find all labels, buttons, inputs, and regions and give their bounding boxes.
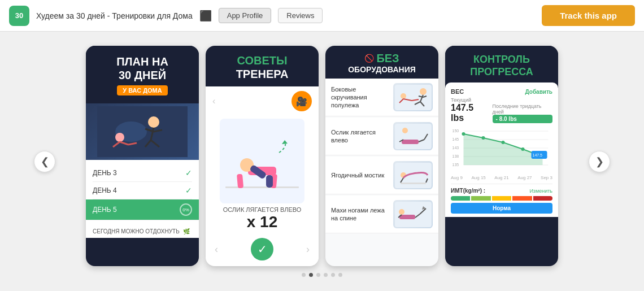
dot-5[interactable] xyxy=(331,273,335,277)
bmi-label: ИМТ(kg/m²) : xyxy=(451,188,485,194)
exercise-item-4: Махи ногами лежа на спине xyxy=(325,196,438,233)
exercise-img-2 xyxy=(393,122,433,150)
track-app-button[interactable]: Track this app xyxy=(542,5,635,26)
android-icon: ⬛ xyxy=(199,10,212,22)
page-wrapper: 30 Худеем за 30 дней - Тренировки для До… xyxy=(0,0,644,291)
chart-labels: Aug 9 Aug 15 Aug 21 Aug 27 Sep 3 xyxy=(451,175,552,180)
svg-point-63 xyxy=(521,147,525,151)
card2-nav-left: ‹ xyxy=(212,96,215,106)
card2-title: СОВЕТЫ ТРЕНЕРА xyxy=(212,54,312,81)
carousel-prev-button[interactable]: ❮ xyxy=(34,151,55,172)
no-equipment-icon: 🚫 xyxy=(364,54,374,63)
day5-item[interactable]: ДЕНЬ 5 0% xyxy=(86,199,199,220)
check-icon-day4: ✓ xyxy=(185,186,192,195)
svg-text:150: 150 xyxy=(452,129,459,133)
add-weight-btn[interactable]: Добавить xyxy=(525,89,552,95)
current-label: Текущий xyxy=(451,97,488,103)
bmi-bar xyxy=(451,196,552,201)
carousel-container: ПЛАН НА 30 ДНЕЙ У ВАС ДОМА xyxy=(68,46,576,277)
svg-rect-39 xyxy=(401,183,426,184)
svg-text:147.5: 147.5 xyxy=(533,153,543,157)
card3-subtitle: ОБОРУДОВАНИЯ xyxy=(332,65,432,74)
normal-btn[interactable]: Норма xyxy=(451,203,552,214)
card2-top: СОВЕТЫ ТРЕНЕРА xyxy=(206,46,319,86)
svg-rect-12 xyxy=(220,119,304,203)
slide-card-4: КОНТРОЛЬ ПРОГРЕССА ВЕС Добавить Текущий xyxy=(445,46,558,266)
svg-text:143: 143 xyxy=(452,146,459,150)
exercise-name-2: Ослик лягается влево xyxy=(331,128,393,145)
slide-card-1: ПЛАН НА 30 ДНЕЙ У ВАС ДОМА xyxy=(86,46,199,266)
dot-3[interactable] xyxy=(316,273,320,277)
card1-exercise-image xyxy=(86,103,199,160)
card1-badge: У ВАС ДОМА xyxy=(117,85,167,95)
leaf-icon: 🌿 xyxy=(183,228,190,234)
card4-title: КОНТРОЛЬ ПРОГРЕССА xyxy=(452,54,551,78)
card2-prev-icon[interactable]: ‹ xyxy=(215,244,218,255)
main-content: ❮ ПЛАН НА 30 ДНЕЙ У ВАС ДОМА xyxy=(0,32,644,291)
card1-list: ДЕНЬ 3 ✓ ДЕНЬ 4 ✓ ДЕНЬ 5 0% xyxy=(86,160,199,225)
card2-next-icon[interactable]: › xyxy=(306,244,310,255)
card3-title: БЕЗ xyxy=(376,51,399,65)
card1-title: ПЛАН НА 30 ДНЕЙ xyxy=(93,55,192,82)
bmi-seg-5 xyxy=(533,196,552,201)
svg-point-28 xyxy=(401,93,406,99)
progress-badge: 0% xyxy=(180,203,192,216)
exercise-img-3 xyxy=(393,161,433,189)
svg-point-22 xyxy=(420,88,427,95)
svg-text:135: 135 xyxy=(452,163,459,167)
card2-video-btn[interactable]: 🎥 xyxy=(291,91,312,111)
svg-rect-43 xyxy=(395,202,432,227)
svg-point-60 xyxy=(462,132,465,136)
weight-chart: 150 145 143 138 135 xyxy=(451,125,552,171)
svg-point-62 xyxy=(502,141,505,144)
card4-stats: Текущий 147.5 lbs Последние тридцать дне… xyxy=(451,97,552,123)
carousel-dots xyxy=(302,273,342,277)
day4-item: ДЕНЬ 4 ✓ xyxy=(93,182,192,199)
svg-rect-45 xyxy=(399,215,415,219)
dot-1[interactable] xyxy=(302,273,306,277)
dot-2[interactable] xyxy=(309,273,313,277)
exercise-name-4: Махи ногами лежа на спине xyxy=(331,206,393,223)
dot-6[interactable] xyxy=(338,273,342,277)
exercise-name-1: Боковые скручивания полулежа xyxy=(331,85,393,110)
carousel-slides: ПЛАН НА 30 ДНЕЙ У ВАС ДОМА xyxy=(68,46,576,266)
carousel-next-button[interactable]: ❯ xyxy=(589,151,610,172)
reviews-tab[interactable]: Reviews xyxy=(278,8,323,23)
card1-footer: СЕГОДНЯ МОЖНО ОТДОХНУТЬ 🌿 xyxy=(86,225,199,238)
card2-body: ‹ 🎥 xyxy=(206,86,319,265)
app-profile-tab[interactable]: App Profile xyxy=(219,8,272,23)
exercise-item-3: Ягодичный мостик xyxy=(325,157,438,194)
svg-rect-38 xyxy=(395,163,432,188)
slide-card-2: СОВЕТЫ ТРЕНЕРА ‹ 🎥 xyxy=(206,46,319,266)
card4-body: ВЕС Добавить Текущий 147.5 lbs Последние… xyxy=(445,82,558,217)
card2-check-btn[interactable]: ✓ xyxy=(251,238,273,260)
card4-top: КОНТРОЛЬ ПРОГРЕССА xyxy=(445,46,558,82)
dot-4[interactable] xyxy=(324,273,328,277)
change-bmi-btn[interactable]: Изменить xyxy=(529,188,552,194)
svg-point-2 xyxy=(148,116,159,128)
exercise-img-1 xyxy=(393,83,433,111)
exercise-item-1: Боковые скручивания полулежа xyxy=(325,79,438,116)
video-icon: 🎥 xyxy=(296,96,307,107)
svg-text:138: 138 xyxy=(452,154,459,158)
svg-text:145: 145 xyxy=(452,137,459,141)
card2-footer: ‹ ✓ › xyxy=(206,233,319,265)
current-value: 147.5 lbs xyxy=(451,103,488,123)
app-title: Худеем за 30 дней - Тренировки для Дома xyxy=(36,11,193,20)
svg-point-8 xyxy=(115,133,124,142)
svg-marker-59 xyxy=(464,134,543,165)
card2-exercise-image xyxy=(217,116,307,206)
bmi-header: ИМТ(kg/m²) : Изменить xyxy=(451,188,552,194)
card4-weight-header: ВЕС Добавить xyxy=(451,88,552,95)
bmi-seg-1 xyxy=(451,196,470,201)
bmi-section: ИМТ(kg/m²) : Изменить Норма xyxy=(451,184,552,214)
current-weight-section: Текущий 147.5 lbs xyxy=(451,97,488,123)
svg-point-44 xyxy=(399,209,404,215)
header: 30 Худеем за 30 дней - Тренировки для До… xyxy=(0,0,644,32)
svg-rect-18 xyxy=(266,175,273,188)
svg-point-61 xyxy=(482,136,485,140)
svg-rect-13 xyxy=(225,186,299,188)
svg-rect-34 xyxy=(402,140,419,144)
weight-label: ВЕС xyxy=(451,88,464,95)
card2-exercise-name: ОСЛИК ЛЯГАЕТСЯ ВЛЕВО xyxy=(219,206,306,213)
